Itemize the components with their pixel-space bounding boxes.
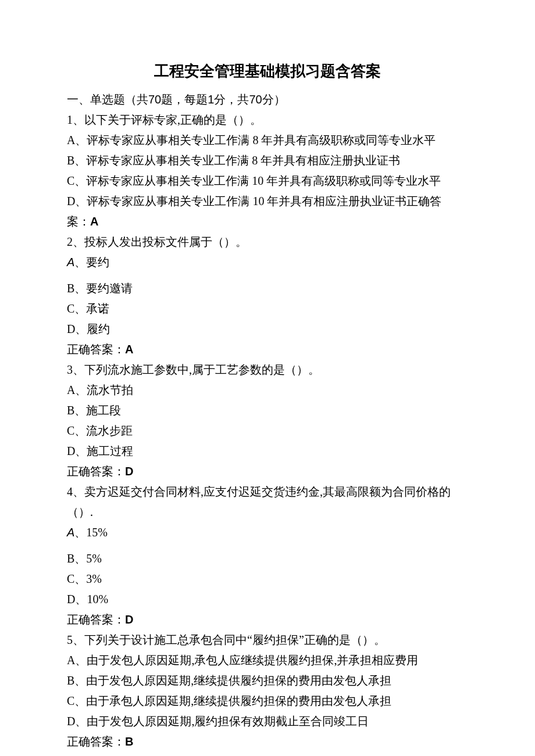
section-mid2: 分，共 [214,93,249,106]
q2-option-b: B、要约邀请 [67,278,468,299]
q2-stem: 2、投标人发出投标文件属于（）。 [67,232,468,252]
q4-option-c: C、3% [67,569,468,589]
section-count1: 70 [148,93,161,106]
q3-option-d: D、施工过程 [67,441,468,461]
q5-option-c: C、由于承包人原因延期,继续提供履约担保的费用由发包人承担 [67,691,468,711]
q2-answer-value: A [125,343,133,356]
q3-stem: 3、下列流水施工参数中,属于工艺参数的是（）。 [67,360,468,380]
q3-option-c: C、流水步距 [67,421,468,441]
section-suffix: 分） [262,93,286,106]
q2-option-a-label: A [67,256,74,268]
q1-option-c: C、评标专家应从事相关专业工作满 10 年并具有高级职称或同等专业水平 [67,171,468,191]
q5-option-b: B、由于发包人原因延期,继续提供履约担保的费用由发包人承担 [67,671,468,691]
q4-option-b: B、5% [67,549,468,569]
q2-option-a: A、要约 [67,252,468,273]
q2-option-c: C、承诺 [67,299,468,319]
q1-option-b: B、评标专家应从事相关专业工作满 8 年并具有相应注册执业证书 [67,151,468,171]
q1-stem: 1、以下关于评标专家,正确的是（）。 [67,110,468,130]
q2-option-a-text: 、要约 [74,256,109,268]
q5-stem: 5、下列关于设计施工总承包合同中“履约担保”正确的是（）。 [67,630,468,650]
q4-stem: 4、卖方迟延交付合同材料,应支付迟延交货违约金,其最高限额为合同价格的（）. [67,482,468,522]
q2-option-d: D、履约 [67,319,468,339]
q2-answer-label: 正确答案： [67,343,125,356]
section-mid1: 题，每题 [161,93,208,106]
q4-option-a: A、15% [67,522,468,543]
q1-answer-label: 案： [67,215,90,228]
q4-option-d: D、10% [67,589,468,610]
q5-answer-label: 正确答案： [67,735,125,748]
q3-option-a: A、流水节拍 [67,380,468,400]
q3-answer-label: 正确答案： [67,465,125,478]
document-title: 工程安全管理基础模拟习题含答案 [67,58,468,85]
q1-option-d: D、评标专家应从事相关专业工作满 10 年并具有相应注册执业证书正确答 [67,191,468,212]
q5-option-d: D、由于发包人原因延期,履约担保有效期截止至合同竣工日 [67,711,468,732]
q1-answer-value: A [90,215,98,228]
q4-answer-label: 正确答案： [67,613,125,626]
q5-answer-value: B [125,735,133,748]
q5-option-a: A、由于发包人原因延期,承包人应继续提供履约担保,并承担相应费用 [67,650,468,671]
section-heading: 一、单选题（共70题，每题1分，共70分） [67,89,468,110]
q3-answer: 正确答案：D [67,461,468,482]
q4-answer-value: D [125,613,133,626]
q1-answer: 案：A [67,212,468,232]
section-pts: 1 [208,93,214,106]
q4-option-a-label: A [67,526,74,539]
q4-answer: 正确答案：D [67,610,468,630]
q2-answer: 正确答案：A [67,339,468,360]
q3-answer-value: D [125,465,133,478]
section-total: 70 [249,93,262,106]
q4-option-a-text: 、15% [74,526,108,539]
q3-option-b: B、施工段 [67,400,468,421]
q5-answer: 正确答案：B [67,732,468,752]
section-prefix: 一、单选题（共 [67,93,148,106]
q1-option-a: A、评标专家应从事相关专业工作满 8 年并具有高级职称或同等专业水平 [67,130,468,151]
